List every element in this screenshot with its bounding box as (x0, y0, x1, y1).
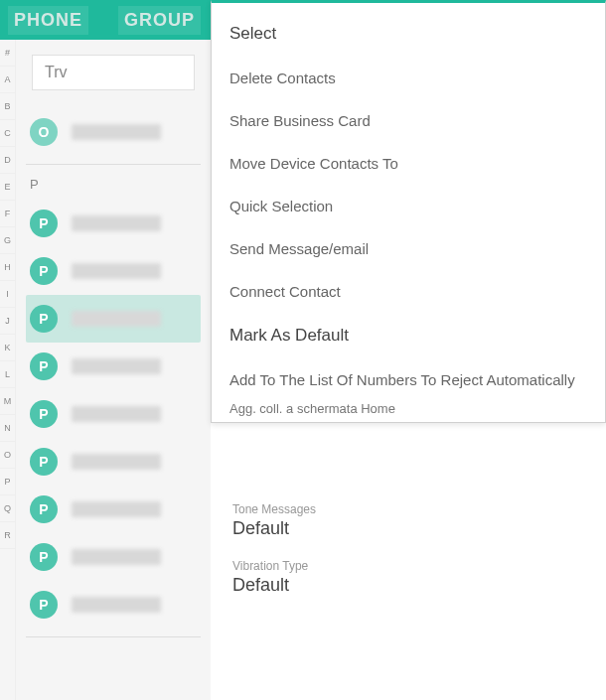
avatar: P (30, 400, 58, 428)
contact-name (72, 406, 161, 422)
search-input[interactable]: Trv (32, 55, 195, 90)
contact-row[interactable]: P (26, 390, 201, 438)
contact-name (72, 597, 161, 613)
contact-row[interactable]: O (26, 108, 201, 156)
index-c[interactable]: C (0, 120, 15, 147)
avatar: O (30, 118, 58, 146)
index-f[interactable]: F (0, 201, 15, 227)
contact-name (72, 263, 161, 279)
avatar: P (30, 495, 58, 523)
contact-name (72, 549, 161, 565)
menu-connect[interactable]: Connect Contact (212, 270, 605, 313)
tone-value[interactable]: Default (232, 518, 584, 539)
index-h[interactable]: H (0, 254, 15, 281)
contact-row[interactable]: P (26, 343, 201, 390)
divider (26, 636, 201, 637)
contact-name (72, 215, 161, 231)
vibration-label: Vibration Type (232, 559, 584, 573)
index-hash[interactable]: # (0, 40, 15, 67)
alpha-index[interactable]: # A B C D E F G H I J K L M N O P Q R (0, 40, 16, 700)
index-n[interactable]: N (0, 415, 15, 442)
avatar: P (30, 352, 58, 380)
avatar: P (30, 448, 58, 476)
index-e[interactable]: E (0, 174, 15, 201)
vibration-value[interactable]: Default (232, 575, 584, 596)
avatar: P (30, 305, 58, 333)
menu-select[interactable]: Select (212, 11, 605, 57)
avatar: P (30, 257, 58, 285)
contact-row[interactable]: P (26, 200, 201, 247)
contact-row[interactable]: P (26, 247, 201, 295)
index-k[interactable]: K (0, 335, 15, 361)
contact-name (72, 501, 161, 517)
divider (26, 164, 201, 165)
detail-panel: Select Delete Contacts Share Business Ca… (211, 40, 606, 700)
index-q[interactable]: Q (0, 495, 15, 522)
contact-row[interactable]: P (26, 486, 201, 533)
tab-phone[interactable]: PHONE (8, 6, 88, 35)
contact-name (72, 124, 161, 140)
contact-row[interactable]: P (26, 581, 201, 629)
menu-move[interactable]: Move Device Contacts To (212, 142, 605, 185)
contacts-panel: Trv O P P P P P P P (16, 40, 211, 700)
contact-name (72, 454, 161, 470)
settings-block: Tone Messages Default Vibration Type Def… (211, 485, 606, 596)
tab-group[interactable]: GROUP (118, 6, 201, 35)
contact-row[interactable]: P (26, 533, 201, 581)
menu-share[interactable]: Share Business Card (212, 99, 605, 142)
index-a[interactable]: A (0, 67, 15, 93)
index-m[interactable]: M (0, 388, 15, 415)
index-r[interactable]: R (0, 522, 15, 549)
index-l[interactable]: L (0, 361, 15, 388)
contact-name (72, 311, 161, 327)
contact-row-selected[interactable]: P (26, 295, 201, 343)
index-p[interactable]: P (0, 469, 15, 495)
section-p: P (30, 177, 201, 192)
index-b[interactable]: B (0, 93, 15, 120)
contact-row[interactable]: P (26, 438, 201, 486)
menu-quick[interactable]: Quick Selection (212, 185, 605, 227)
index-g[interactable]: G (0, 227, 15, 254)
menu-reject[interactable]: Add To The List Of Numbers To Reject Aut… (212, 358, 605, 401)
context-menu: Select Delete Contacts Share Business Ca… (211, 0, 606, 423)
index-i[interactable]: I (0, 281, 15, 308)
index-o[interactable]: O (0, 442, 15, 469)
contact-name (72, 358, 161, 374)
avatar: P (30, 543, 58, 571)
avatar: P (30, 210, 58, 237)
tone-label: Tone Messages (232, 502, 584, 516)
menu-send[interactable]: Send Message/email (212, 227, 605, 270)
menu-cutoff[interactable]: Agg. coll. a schermata Home (212, 401, 605, 416)
menu-delete[interactable]: Delete Contacts (212, 57, 605, 99)
index-j[interactable]: J (0, 308, 15, 335)
index-d[interactable]: D (0, 147, 15, 174)
menu-mark-default[interactable]: Mark As Default (212, 313, 605, 358)
avatar: P (30, 591, 58, 619)
